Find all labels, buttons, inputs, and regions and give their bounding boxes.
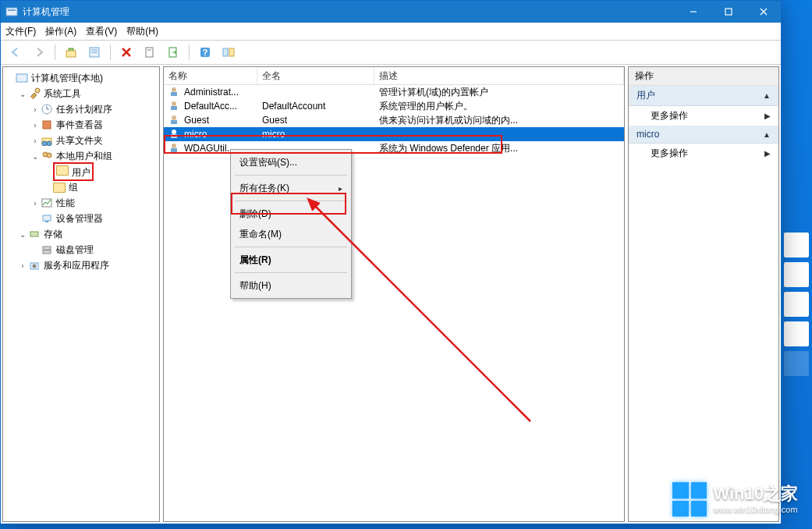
list-row-administrator[interactable]: Administrat... 管理计算机(域)的内置帐户 bbox=[164, 85, 624, 99]
window-title: 计算机管理 bbox=[23, 5, 69, 19]
svg-point-40 bbox=[172, 101, 176, 106]
svg-rect-19 bbox=[16, 74, 27, 82]
maximize-button[interactable] bbox=[711, 1, 746, 23]
toolbar: ? bbox=[1, 41, 781, 65]
col-name[interactable]: 名称 bbox=[164, 67, 257, 84]
export-button[interactable] bbox=[163, 42, 183, 62]
win10-logo-icon bbox=[672, 482, 707, 517]
col-fullname[interactable]: 全名 bbox=[257, 67, 374, 84]
chevron-right-icon: ▶ bbox=[764, 149, 771, 158]
titlebar[interactable]: 计算机管理 bbox=[1, 1, 781, 23]
minimize-button[interactable] bbox=[675, 1, 711, 23]
svg-rect-31 bbox=[43, 215, 51, 221]
svg-rect-35 bbox=[43, 250, 51, 254]
actions-more-1[interactable]: 更多操作 ▶ bbox=[629, 106, 778, 126]
list-row-defaultaccount[interactable]: DefaultAcc... DefaultAccount 系统管理的用户帐户。 bbox=[164, 99, 624, 113]
svg-rect-39 bbox=[171, 92, 177, 96]
svg-rect-18 bbox=[229, 48, 234, 56]
svg-rect-6 bbox=[66, 51, 76, 57]
svg-point-37 bbox=[33, 264, 37, 268]
up-button[interactable] bbox=[61, 42, 81, 62]
mmc-window: 计算机管理 文件(F) 操作(A) 查看(V) 帮助(H) bbox=[0, 0, 782, 524]
actions-section-micro[interactable]: micro ▲ bbox=[629, 126, 778, 144]
ctx-properties[interactable]: 属性(R) bbox=[233, 250, 349, 270]
tree-performance[interactable]: › 性能 bbox=[3, 195, 159, 211]
forward-button[interactable] bbox=[29, 42, 49, 62]
ctx-all-tasks[interactable]: 所有任务(K)▸ bbox=[233, 178, 349, 198]
context-menu: 设置密码(S)... 所有任务(K)▸ 删除(D) 重命名(M) 属性(R) 帮… bbox=[230, 149, 352, 299]
ctx-rename[interactable]: 重命名(M) bbox=[233, 224, 349, 244]
tree-groups[interactable]: 组 bbox=[3, 179, 159, 195]
svg-text:?: ? bbox=[203, 48, 208, 57]
tree-services-apps[interactable]: › 服务和应用程序 bbox=[3, 257, 159, 273]
tree-system-tools[interactable]: ⌄ 系统工具 bbox=[3, 86, 159, 101]
svg-point-42 bbox=[172, 115, 176, 120]
menu-action[interactable]: 操作(A) bbox=[45, 25, 76, 38]
svg-point-20 bbox=[35, 88, 40, 93]
delete-button[interactable] bbox=[116, 42, 137, 62]
chevron-right-icon: ▸ bbox=[339, 184, 342, 193]
watermark-url: www.win10xitong.com bbox=[713, 505, 798, 515]
properties-button[interactable] bbox=[84, 42, 105, 62]
svg-rect-1 bbox=[8, 9, 16, 11]
svg-rect-34 bbox=[43, 247, 51, 250]
svg-rect-43 bbox=[171, 120, 177, 124]
menubar: 文件(F) 操作(A) 查看(V) 帮助(H) bbox=[1, 23, 781, 41]
svg-point-46 bbox=[172, 144, 176, 148]
content-area: 计算机管理(本地) ⌄ 系统工具 › 任务计划程序 › bbox=[1, 65, 781, 524]
svg-point-27 bbox=[47, 141, 51, 146]
svg-rect-47 bbox=[171, 148, 177, 152]
svg-rect-24 bbox=[43, 121, 51, 129]
svg-rect-0 bbox=[6, 8, 17, 16]
actions-more-2[interactable]: 更多操作 ▶ bbox=[629, 144, 778, 163]
svg-rect-17 bbox=[223, 48, 228, 56]
app-icon bbox=[5, 5, 18, 18]
svg-rect-3 bbox=[725, 9, 732, 15]
menu-file[interactable]: 文件(F) bbox=[5, 25, 36, 38]
chevron-up-icon: ▲ bbox=[763, 130, 771, 139]
svg-rect-12 bbox=[146, 48, 153, 57]
actions-section-users[interactable]: 用户 ▲ bbox=[629, 86, 778, 106]
tree-pane: 计算机管理(本地) ⌄ 系统工具 › 任务计划程序 › bbox=[2, 66, 160, 522]
chevron-up-icon: ▲ bbox=[763, 91, 771, 100]
svg-rect-32 bbox=[45, 221, 48, 222]
menu-help[interactable]: 帮助(H) bbox=[126, 25, 158, 38]
help-button[interactable]: ? bbox=[195, 42, 215, 62]
col-description[interactable]: 描述 bbox=[374, 67, 624, 84]
tree-root[interactable]: 计算机管理(本地) bbox=[3, 70, 159, 86]
svg-point-29 bbox=[47, 153, 51, 158]
list-header[interactable]: 名称 全名 描述 bbox=[164, 67, 624, 85]
svg-point-38 bbox=[172, 87, 176, 92]
tree-device-manager[interactable]: 设备管理器 bbox=[3, 211, 159, 226]
tree-disk-management[interactable]: 磁盘管理 bbox=[3, 242, 159, 257]
menu-view[interactable]: 查看(V) bbox=[86, 25, 117, 38]
chevron-right-icon: ▶ bbox=[764, 112, 771, 120]
actions-title: 操作 bbox=[629, 67, 778, 86]
tree-event-viewer[interactable]: › 事件查看器 bbox=[3, 117, 159, 133]
refresh-button[interactable] bbox=[140, 42, 160, 62]
back-button[interactable] bbox=[5, 42, 26, 62]
svg-point-44 bbox=[172, 130, 176, 134]
watermark-brand: Win10之家 bbox=[713, 484, 798, 504]
list-row-micro[interactable]: micro micro bbox=[164, 127, 624, 141]
desktop-taskbar-icons bbox=[781, 225, 812, 451]
tree-users[interactable]: 用户 bbox=[3, 164, 159, 179]
svg-rect-45 bbox=[171, 134, 177, 138]
show-hide-button[interactable] bbox=[218, 42, 239, 62]
svg-rect-33 bbox=[30, 232, 38, 236]
tree-task-scheduler[interactable]: › 任务计划程序 bbox=[3, 101, 159, 117]
ctx-delete[interactable]: 删除(D) bbox=[233, 204, 349, 224]
svg-rect-41 bbox=[171, 106, 177, 110]
tree-storage[interactable]: ⌄ 存储 bbox=[3, 226, 159, 242]
ctx-set-password[interactable]: 设置密码(S)... bbox=[233, 152, 349, 172]
tree-shared-folders[interactable]: › 共享文件夹 bbox=[3, 133, 159, 148]
list-row-guest[interactable]: Guest Guest 供来宾访问计算机或访问域的内... bbox=[164, 113, 624, 127]
actions-pane: 操作 用户 ▲ 更多操作 ▶ micro ▲ 更多操作 ▶ bbox=[628, 66, 779, 522]
tree-local-users-groups[interactable]: ⌄ 本地用户和组 bbox=[3, 148, 159, 164]
watermark: Win10之家 www.win10xitong.com bbox=[672, 482, 798, 517]
close-button[interactable] bbox=[746, 1, 781, 23]
ctx-help[interactable]: 帮助(H) bbox=[233, 275, 349, 296]
svg-point-26 bbox=[42, 141, 47, 146]
